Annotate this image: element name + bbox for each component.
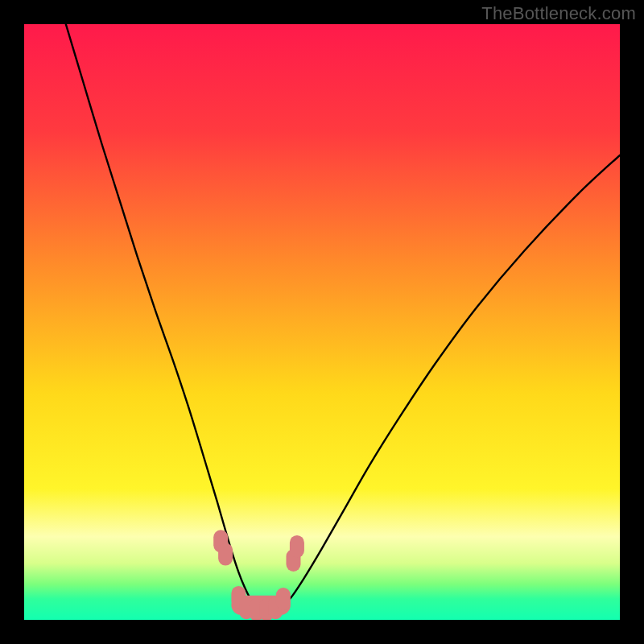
gradient-background (24, 24, 620, 620)
plot-area (24, 24, 620, 620)
watermark-text: TheBottleneck.com (481, 3, 636, 24)
marker-dot (290, 535, 304, 558)
chart-frame: TheBottleneck.com (0, 0, 644, 644)
marker-dot (218, 543, 233, 566)
marker-dot (276, 588, 291, 610)
bottleneck-chart (24, 24, 620, 620)
